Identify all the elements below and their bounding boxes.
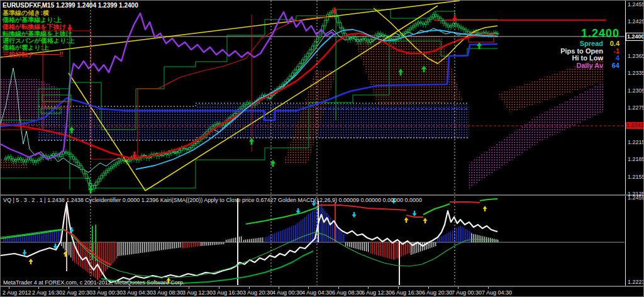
signal-line: 基準線の傾き:横: [3, 9, 75, 16]
time-tick-label: 4 Aug 00:30: [272, 289, 303, 296]
time-tick-mark: [189, 287, 189, 289]
current-price-box: 1.2400: [626, 33, 644, 41]
cyan-down-arrow-icon: [23, 250, 27, 255]
time-tick-mark: [99, 287, 99, 289]
time-tick-label: 3 Aug 08:30: [153, 289, 183, 296]
price-tick-label: 1.2275: [628, 104, 644, 111]
info-value: 4: [603, 55, 619, 62]
info-label: Spread: [580, 40, 603, 47]
time-tick-label: 6 Aug 08:30: [332, 289, 362, 296]
price-tick-label: 1.2425: [628, 18, 644, 25]
time-tick-label: 6 Aug 20:30: [422, 289, 452, 296]
price-tick-label: 1.2215: [628, 139, 644, 145]
price-tick-label: 1.2155: [628, 174, 644, 180]
info-label: Hi to Low: [572, 54, 604, 62]
trend-stepped-line: [318, 205, 406, 210]
current-price-label: 1.2400: [560, 27, 619, 40]
signal-line: 価格が雲より:上: [3, 44, 75, 51]
yellow-up-arrow-icon: [404, 217, 409, 223]
time-tick-mark: [428, 287, 429, 289]
signal-line: 価格が転換線を下抜け: [3, 23, 75, 30]
yellow-up-arrow-icon: [483, 206, 487, 211]
price-tick-label: 1.2455: [628, 1, 644, 8]
signal-line: 価格が基準線より:上: [3, 16, 75, 23]
quote-info-rows: Spread0.4Pips to Open-1Hi to Low4Daily A…: [560, 40, 619, 69]
price-tick-label: 1.2185: [628, 156, 644, 162]
time-axis[interactable]: 2 Aug 20122 Aug 16:302 Aug 20:303 Aug 00…: [1, 287, 644, 297]
indicator-svg[interactable]: [1, 196, 625, 286]
vq-white-line: [1, 203, 497, 283]
time-tick-mark: [9, 287, 9, 289]
trend-stepped-line: [423, 204, 450, 215]
time-tick-label: 2 Aug 2012: [3, 289, 31, 296]
time-tick-label: 2 Aug 16:30: [32, 289, 62, 296]
time-tick-mark: [38, 287, 39, 289]
info-label: Daily Av: [576, 62, 603, 69]
time-tick-mark: [458, 287, 458, 289]
time-tick-mark: [69, 287, 69, 289]
buy-arrow-icon: [477, 42, 482, 49]
signal-line: 三役好転チ――――!!: [3, 51, 75, 58]
time-tick-mark: [249, 287, 250, 289]
main-chart-panel[interactable]: [1, 1, 625, 194]
kumo-blue-band-1: [38, 108, 196, 140]
time-tick-mark: [308, 287, 309, 289]
time-tick-label: 7 Aug 00:30: [452, 289, 482, 296]
price-tick-label: 1.2335: [628, 70, 644, 76]
price-tick-label: 1.2365: [628, 53, 644, 59]
time-tick-mark: [368, 287, 369, 289]
trend-stepped-line: [480, 199, 497, 201]
buy-arrow-icon: [249, 138, 254, 145]
quote-info-panel: 1.2400 Spread0.4Pips to Open-1Hi to Low4…: [560, 27, 619, 69]
time-tick-label: 3 Aug 16:30: [213, 289, 243, 296]
time-tick-mark: [159, 287, 160, 289]
indicator-header: VQ | 5 . 3 . 2 . 1 | 1.2438 1.2438 Cycle…: [3, 197, 422, 203]
price-axis[interactable]: [625, 1, 644, 195]
time-tick-mark: [279, 287, 279, 289]
time-tick-label: 2 Aug 20:30: [62, 289, 92, 296]
alert-price-box: 1.2243: [626, 122, 644, 129]
sell-arrow-icon: [452, 15, 457, 22]
time-tick-label: 4 Aug 04:30: [302, 289, 332, 296]
time-tick-label: 3 Aug 04:30: [123, 289, 153, 296]
time-tick-label: 6 Aug 12:30: [362, 289, 392, 296]
info-row-daily-av: Daily Av64: [560, 62, 619, 70]
time-tick-label: 7 Aug 04:30: [482, 289, 512, 296]
mt4-window: EURUSDFXF,M15 1.2399 1.2404 1.2399 1.240…: [0, 0, 644, 297]
yellow-up-arrow-icon: [29, 259, 33, 264]
chart-title: EURUSDFXF,M15 1.2399 1.2404 1.2399 1.240…: [3, 2, 138, 9]
info-label: Pips to Open: [560, 47, 603, 55]
trend-stepped-line: [450, 202, 480, 203]
time-tick-mark: [488, 287, 489, 289]
ichimoku-signal-list: 基準線の傾き:横価格が基準線より:上価格が転換線を下抜け転換線が基準線を上抜け遅…: [3, 9, 75, 58]
indicator-panel[interactable]: [1, 196, 625, 286]
cyan-down-arrow-icon: [413, 211, 417, 216]
main-chart-svg[interactable]: [1, 1, 625, 194]
copyright-text: MetaTrader 4 at FOREX.com, c 2001-2012, …: [3, 279, 184, 286]
info-value: 0.4: [603, 40, 619, 48]
trend-stepped-line: [246, 207, 318, 224]
buy-arrow-icon: [270, 160, 275, 167]
time-tick-label: 3 Aug 12:30: [182, 289, 213, 296]
indicator-tick-label: 1.2459: [628, 194, 644, 201]
time-tick-label: 3 Aug 20:30: [243, 289, 273, 296]
time-tick-mark: [398, 287, 399, 289]
cyan-down-arrow-icon: [352, 212, 357, 218]
signal-line: 転換線が基準線を上抜け: [3, 30, 75, 37]
time-tick-label: 6 Aug 16:30: [392, 289, 422, 296]
time-tick-label: 3 Aug 00:30: [92, 289, 123, 296]
time-tick-mark: [129, 287, 130, 289]
signal-line: 遅行スパンが価格より:上: [3, 37, 75, 44]
time-tick-mark: [338, 287, 339, 289]
info-value: 64: [603, 62, 619, 70]
price-tick-label: 1.2305: [628, 87, 644, 94]
indicator-tick-label: 1.2223: [628, 279, 644, 285]
time-tick-mark: [219, 287, 219, 289]
indicator-axis[interactable]: [625, 196, 644, 286]
yellow-up-arrow-icon: [423, 218, 428, 223]
